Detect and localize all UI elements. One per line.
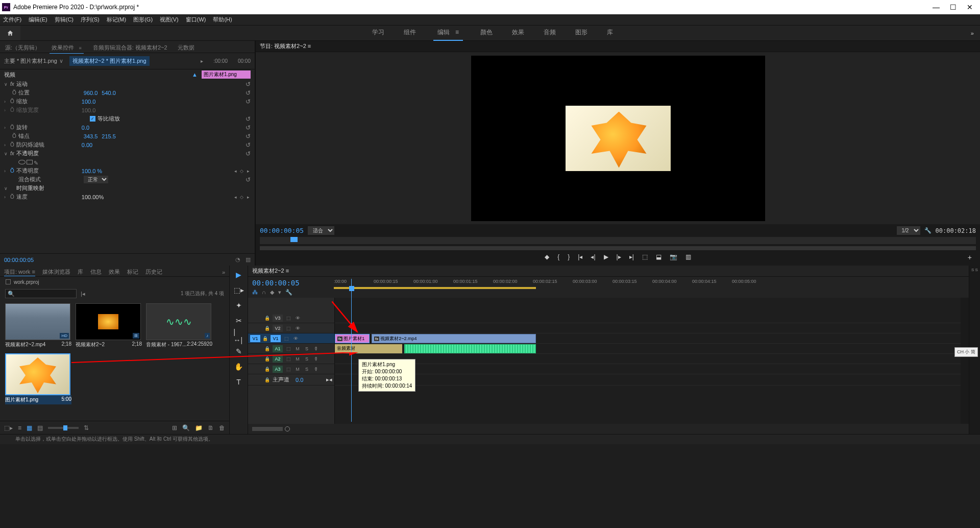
tab-libraries[interactable]: 库 <box>78 268 83 276</box>
uniform-scale-checkbox[interactable]: ✓ <box>90 116 95 122</box>
pen-tool[interactable]: ✎ <box>234 346 244 356</box>
playhead[interactable] <box>349 286 354 291</box>
type-tool[interactable]: T <box>234 377 244 387</box>
icon-view-button[interactable]: ▦ <box>27 424 32 431</box>
step-forward-button[interactable]: |▸ <box>617 253 621 260</box>
track-v3[interactable]: V3 <box>273 315 283 322</box>
menu-clip[interactable]: 剪辑(C) <box>55 16 74 23</box>
anchor-x[interactable]: 343.5 <box>84 133 98 139</box>
lift-button[interactable]: ⬚ <box>642 253 648 260</box>
wrench-icon[interactable]: 🔧 <box>924 227 932 234</box>
track-select-tool[interactable]: ⬚▸ <box>234 285 244 295</box>
track-v2[interactable]: V2 <box>273 325 283 332</box>
master-track[interactable]: 主声道 <box>273 376 289 383</box>
button-editor[interactable]: + <box>968 253 972 261</box>
track-a3[interactable]: A3 <box>273 366 283 373</box>
track-row-v3[interactable] <box>335 313 961 323</box>
tab-project-effects[interactable]: 效果 <box>109 268 120 276</box>
rotation-value[interactable]: 0.0 <box>82 125 89 131</box>
timeline-timecode[interactable]: 00:00:00:05 <box>252 279 334 287</box>
tab-overflow[interactable]: » <box>222 269 225 275</box>
stopwatch-icon[interactable]: Ŏ <box>12 90 16 95</box>
close-button[interactable]: ✕ <box>967 3 973 11</box>
linked-selection-icon[interactable]: ∩ <box>262 289 266 296</box>
flicker-value[interactable]: 0.00 <box>82 142 92 148</box>
project-item-sequence[interactable]: ⊞ 视频素材2~22;18 <box>76 303 142 349</box>
program-timecode[interactable]: 00:00:00:05 <box>260 227 304 234</box>
track-row-v2[interactable] <box>335 323 961 333</box>
menu-sequence[interactable]: 序列(S) <box>81 16 100 23</box>
tab-effect-controls[interactable]: 效果控件 ≡ <box>50 42 84 54</box>
opacity-value[interactable]: 100.0 % <box>82 168 102 174</box>
comparison-button[interactable]: ▥ <box>685 253 691 260</box>
tab-metadata[interactable]: 元数据 <box>177 42 195 53</box>
step-back-button[interactable]: ◂| <box>591 253 595 260</box>
clip-image[interactable]: fx图片素材1 <box>335 334 370 343</box>
tab-source[interactable]: 源:（无剪辑） <box>4 42 41 53</box>
add-marker-button[interactable]: ◆ <box>545 253 549 260</box>
program-monitor[interactable] <box>256 52 980 224</box>
new-item-button[interactable]: 🗎 <box>208 424 214 431</box>
slip-tool[interactable]: |↔| <box>234 331 244 341</box>
zoom-slider[interactable] <box>48 427 79 429</box>
track-row-a3[interactable] <box>335 364 961 374</box>
program-title[interactable]: 节目: 视频素材2~2 ≡ <box>260 42 311 50</box>
mic-icon[interactable]: 🎙 <box>312 346 320 351</box>
home-button[interactable] <box>0 26 20 40</box>
track-row-a2[interactable] <box>335 354 961 364</box>
auto-seq-button[interactable]: ⊞ <box>172 424 177 431</box>
keyframe-nav[interactable]: ◂ ◇ ▸ <box>234 169 251 174</box>
workspace-edit[interactable]: 编辑 ≡ <box>433 25 463 41</box>
minimize-button[interactable]: — <box>933 3 940 11</box>
tab-markers[interactable]: 标记 <box>127 268 138 276</box>
track-a1[interactable]: A1 <box>273 345 283 352</box>
settings-icon[interactable]: ▾ <box>278 289 281 296</box>
reset-icon[interactable]: ↺ <box>246 81 251 88</box>
track-visibility-toggle[interactable]: 👁 <box>294 316 301 321</box>
list-view-button[interactable]: ≡ <box>18 424 21 431</box>
lock-icon[interactable]: 🔒 <box>264 316 271 321</box>
prop-time-remap[interactable]: 时间重映射 <box>16 184 88 192</box>
workspace-effects[interactable]: 效果 <box>510 25 526 41</box>
export-frame-button[interactable]: 📷 <box>670 253 677 260</box>
mark-in-button[interactable]: { <box>557 253 559 260</box>
breadcrumb-clip[interactable]: 视频素材2~2 * 图片素材1.png <box>69 56 150 66</box>
prop-opacity-header[interactable]: 不透明度 <box>16 150 88 157</box>
clip-audio-label[interactable]: 音频素材 <box>335 344 402 353</box>
timeline-ruler[interactable]: :00:00 00:00:00:15 00:00:01:00 00:00:01:… <box>334 279 965 295</box>
program-scrollbar[interactable] <box>260 246 976 250</box>
filter-icon[interactable]: |◂ <box>81 291 85 297</box>
tab-history[interactable]: 历史记 <box>145 268 162 276</box>
clip-video[interactable]: fx视频素材2~2.mp4 <box>372 334 536 343</box>
timeline-tracks[interactable]: fx图片素材1 fx视频素材2~2.mp4 音频素材 图片素材1.png 开始:… <box>335 298 961 424</box>
position-x[interactable]: 960.0 <box>84 90 98 96</box>
search-input[interactable]: 🔍 <box>5 289 77 298</box>
track-a2[interactable]: A2 <box>273 355 283 363</box>
resolution-select[interactable]: 1/2 <box>897 226 920 235</box>
hand-tool[interactable]: ✋ <box>234 362 244 372</box>
selection-tool[interactable]: ▶ <box>234 270 244 280</box>
play-button[interactable]: ▶ <box>604 253 608 260</box>
tab-info[interactable]: 信息 <box>90 268 102 276</box>
effect-zoom-icon[interactable]: ◔ <box>235 256 240 263</box>
track-row-a1[interactable]: 音频素材 <box>335 344 961 354</box>
timeline-zoom-handle[interactable] <box>285 426 290 431</box>
mask-pen-button[interactable]: ✎ <box>34 160 39 165</box>
effect-timecode[interactable]: 00:00:00:05 <box>4 257 34 263</box>
workspace-learn[interactable]: 学习 <box>370 25 386 41</box>
project-item-audio[interactable]: ∿∿∿♪ 音频素材 - 1967...2:24:25920 <box>146 303 212 349</box>
go-to-out-button[interactable]: ▸| <box>629 253 634 260</box>
effect-clip-bar[interactable]: 图片素材1.png <box>202 70 251 79</box>
workspace-assembly[interactable]: 组件 <box>402 25 418 41</box>
tab-media-browser[interactable]: 媒体浏览器 <box>42 268 70 276</box>
sort-button[interactable]: ⇅ <box>84 424 89 431</box>
new-bin-button[interactable]: 📁 <box>195 424 203 431</box>
mark-out-button[interactable]: } <box>568 253 570 260</box>
workspace-color[interactable]: 颜色 <box>478 25 495 41</box>
timeline-sequence-tab[interactable]: 视频素材2~2 ≡ <box>252 267 289 275</box>
master-value[interactable]: 0.0 <box>296 377 303 383</box>
fit-select[interactable]: 适合 <box>308 226 334 235</box>
master-collapse-icon[interactable]: ▸◂ <box>326 376 332 383</box>
menu-file[interactable]: 文件(F) <box>3 16 21 23</box>
freeform-view-icon[interactable]: ⬚▸ <box>4 424 13 431</box>
